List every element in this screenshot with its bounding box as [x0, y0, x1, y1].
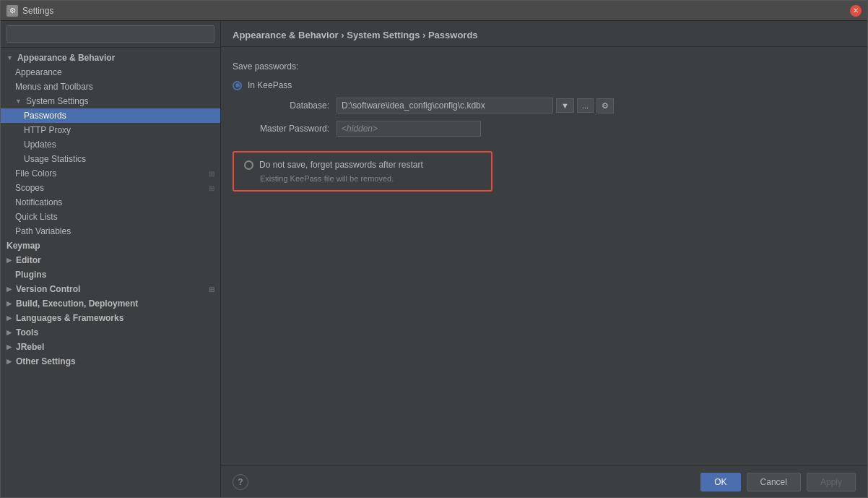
sidebar-item-keymap[interactable]: Keymap [1, 239, 220, 253]
app-icon: ⚙ [6, 5, 18, 17]
window-title: Settings [22, 6, 850, 16]
cancel-button[interactable]: Cancel [747, 473, 801, 491]
sidebar-item-label: Languages & Frameworks [16, 313, 123, 323]
expand-icon: ▼ [6, 54, 13, 61]
database-input[interactable] [337, 98, 553, 113]
sidebar-item-label: JRebel [16, 342, 44, 352]
sidebar-item-label: Appearance [15, 67, 62, 77]
settings-content: Save passwords: In KeePass Database: ▼ .… [221, 47, 867, 465]
database-browse-button[interactable]: ... [577, 98, 594, 113]
database-input-wrapper: ▼ ... ⚙ [337, 98, 614, 113]
keepass-option-row: In KeePass [233, 80, 856, 90]
sidebar-item-plugins[interactable]: Plugins [1, 267, 220, 282]
keepass-radio[interactable] [233, 81, 242, 90]
sidebar-item-menus-toolbars[interactable]: Menus and Toolbars [1, 80, 220, 94]
sidebar-item-other-settings[interactable]: ▶ Other Settings [1, 354, 220, 369]
save-passwords-label: Save passwords: [233, 61, 856, 72]
sidebar-item-appearance-behavior[interactable]: ▼ Appearance & Behavior [1, 51, 220, 65]
expand-icon: ▶ [6, 257, 12, 264]
sidebar-item-appearance[interactable]: Appearance [1, 65, 220, 80]
sidebar-item-version-control[interactable]: ▶ Version Control ⊞ [1, 282, 220, 296]
database-dropdown-button[interactable]: ▼ [556, 98, 574, 113]
sidebar-item-file-colors[interactable]: File Colors ⊞ [1, 166, 220, 181]
sidebar-item-label: HTTP Proxy [24, 125, 71, 135]
master-password-input[interactable] [337, 121, 481, 137]
expand-icon: ▶ [6, 329, 12, 336]
search-box [1, 21, 220, 48]
main-content: ▼ Appearance & Behavior Appearance Menus… [1, 21, 867, 497]
help-button[interactable]: ? [233, 474, 248, 490]
apply-button[interactable]: Apply [807, 473, 856, 491]
no-save-radio[interactable] [244, 160, 253, 170]
warning-text: Existing KeePass file will be removed. [260, 174, 481, 183]
expand-icon: ▶ [6, 343, 12, 351]
master-password-label: Master Password: [250, 124, 337, 134]
database-field-row: Database: ▼ ... ⚙ [250, 98, 856, 113]
warning-box: Do not save, forget passwords after rest… [233, 151, 492, 192]
database-label: Database: [250, 100, 337, 111]
sidebar-item-label: Keymap [6, 241, 40, 251]
sidebar-item-system-settings[interactable]: ▼ System Settings [1, 94, 220, 108]
password-input-wrapper [337, 121, 481, 137]
sidebar-item-label: Plugins [15, 270, 46, 280]
title-bar: ⚙ Settings ✕ [1, 1, 867, 21]
sidebar-item-label: Version Control [16, 284, 80, 294]
sidebar-item-editor[interactable]: ▶ Editor [1, 253, 220, 267]
sidebar-item-label: Appearance & Behavior [17, 53, 115, 63]
sidebar-item-path-variables[interactable]: Path Variables [1, 224, 220, 239]
sidebar-item-http-proxy[interactable]: HTTP Proxy [1, 123, 220, 137]
sidebar-item-label: Editor [16, 255, 41, 265]
sidebar-item-tools[interactable]: ▶ Tools [1, 325, 220, 340]
sidebar-item-label: Menus and Toolbars [15, 82, 93, 92]
sidebar-item-label: Scopes [15, 183, 44, 193]
sidebar-item-label: Updates [24, 139, 56, 150]
extra-icon: ⊞ [209, 286, 214, 293]
sidebar: ▼ Appearance & Behavior Appearance Menus… [1, 21, 221, 497]
sidebar-item-passwords[interactable]: Passwords [1, 108, 220, 123]
expand-icon: ▶ [6, 314, 12, 322]
right-panel: Appearance & Behavior › System Settings … [221, 21, 867, 497]
expand-icon: ▼ [15, 98, 22, 105]
search-input[interactable] [6, 25, 214, 43]
sidebar-item-label: Passwords [24, 111, 66, 121]
sidebar-item-label: Notifications [15, 197, 62, 207]
radio-inner [235, 83, 240, 87]
sidebar-item-updates[interactable]: Updates [1, 137, 220, 152]
title-buttons: ✕ [850, 5, 862, 17]
sidebar-item-scopes[interactable]: Scopes ⊞ [1, 181, 220, 195]
sidebar-item-label: Other Settings [16, 356, 76, 366]
expand-icon: ▶ [6, 358, 12, 365]
sidebar-item-languages-frameworks[interactable]: ▶ Languages & Frameworks [1, 311, 220, 325]
close-button[interactable]: ✕ [850, 5, 862, 17]
ok-button[interactable]: OK [700, 473, 740, 491]
sidebar-item-notifications[interactable]: Notifications [1, 195, 220, 210]
no-save-section: Do not save, forget passwords after rest… [233, 145, 856, 192]
breadcrumb: Appearance & Behavior › System Settings … [221, 21, 867, 47]
expand-icon: ▶ [6, 286, 12, 293]
tree-area: ▼ Appearance & Behavior Appearance Menus… [1, 48, 220, 497]
master-password-field-row: Master Password: [250, 121, 856, 137]
sidebar-item-label: System Settings [26, 96, 89, 106]
sidebar-item-label: Usage Statistics [24, 154, 86, 164]
sidebar-item-label: Path Variables [15, 226, 71, 236]
no-save-label: Do not save, forget passwords after rest… [259, 160, 423, 170]
database-gear-button[interactable]: ⚙ [596, 98, 614, 113]
sidebar-item-label: Tools [16, 327, 38, 338]
settings-window: ⚙ Settings ✕ ▼ Appearance & Behavior App… [0, 0, 868, 498]
sidebar-item-build-execution[interactable]: ▶ Build, Execution, Deployment [1, 296, 220, 311]
extra-icon: ⊞ [209, 170, 214, 178]
expand-icon: ▶ [6, 300, 12, 307]
sidebar-item-label: Build, Execution, Deployment [16, 299, 138, 309]
sidebar-item-label: Quick Lists [15, 212, 58, 222]
sidebar-item-usage-statistics[interactable]: Usage Statistics [1, 152, 220, 166]
bottom-bar: ? OK Cancel Apply [221, 465, 867, 497]
sidebar-item-jrebel[interactable]: ▶ JRebel [1, 340, 220, 354]
sidebar-item-quick-lists[interactable]: Quick Lists [1, 210, 220, 224]
keepass-label: In KeePass [248, 80, 292, 90]
no-save-option-row: Do not save, forget passwords after rest… [244, 160, 481, 170]
extra-icon: ⊞ [209, 184, 214, 192]
sidebar-item-label: File Colors [15, 168, 56, 179]
